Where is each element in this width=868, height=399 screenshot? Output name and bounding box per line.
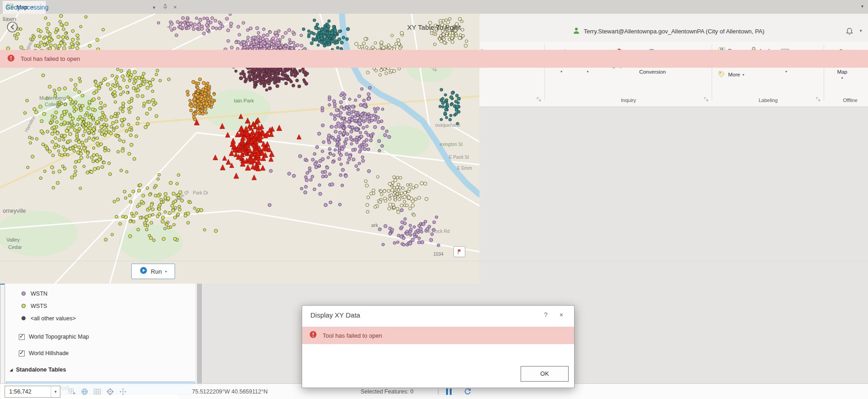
layer-checkbox[interactable]: ✓ [19,334,25,340]
layer-symbol-circle [21,316,26,320]
layer-label: World Hillshade [29,350,69,356]
pause-drawing-icon[interactable] [446,388,453,395]
map-note-flag-icon[interactable] [453,246,465,257]
view-list-chevron-icon[interactable]: ▾ [861,4,863,9]
map-view-pane: Map × ▾ llawnLivingstonMuhlenbergCollege… [0,0,479,284]
tool-title: XY Table To Point [0,19,868,36]
dialog-error-text: Tool has failed to open [323,332,382,339]
full-extent-icon[interactable] [80,387,90,397]
ribbon-group-label: Offline [825,97,868,103]
ok-button[interactable]: OK [521,366,569,382]
scale-combo[interactable]: 1:56,742 ▾ [5,386,60,398]
cursor-coordinates: 75.5122209°W 40.5659112°N [192,384,267,399]
error-icon [7,54,15,64]
refresh-icon[interactable] [463,387,472,397]
layer-label: WSTN [31,291,48,297]
layer-label: <all other values> [31,315,76,322]
layer-legend-item[interactable]: WSTS [5,300,196,312]
layer-symbol-circle [21,304,26,308]
dialog-launcher-icon[interactable] [703,96,710,103]
layer-legend-item[interactable]: <all other values> [5,312,196,324]
pane-close-icon[interactable]: × [171,3,179,11]
dialog-close-icon[interactable]: × [557,311,565,319]
layer-symbol-circle [21,291,26,296]
tool-error-text: Tool has failed to open [21,55,80,62]
ribbon-group-label: Labeling [713,97,823,103]
scale-value: 1:56,742 [9,388,32,395]
basemap-layer-item[interactable]: ✓World Topographic Map [5,330,196,344]
run-button[interactable]: Run ▾ [131,264,175,279]
small-button-row: More▾ [716,69,773,80]
geoprocessing-pane-title: Geoprocessing [5,4,48,11]
layer-label: WSTS [31,303,47,309]
more-labeling-icon [718,70,726,80]
run-chevron-icon: ▾ [165,270,167,274]
collapse-expander-icon[interactable]: ◢ [10,367,13,372]
basemap-layer-item[interactable]: ✓World Hillshade [5,346,196,360]
dialog-launcher-icon[interactable] [536,96,543,103]
more-labeling-button[interactable]: More▾ [716,69,746,80]
pane-pin-icon[interactable] [161,3,169,11]
view-tab-bar: Map × ▾ [0,0,868,14]
pane-menu-chevron-icon[interactable]: ▾ [150,3,158,11]
tool-error-banner: Tool has failed to open [0,50,868,68]
run-play-icon [139,266,148,276]
add-to-favorites-icon[interactable] [165,23,174,33]
layer-checkbox[interactable]: ✓ [19,350,25,356]
dialog-help-icon[interactable]: ? [542,311,550,319]
ribbon-group-label: Inquiry [546,97,711,103]
display-xy-data-dialog: Display XY Data ? × Tool has failed to o… [302,305,575,388]
layer-label: World Topographic Map [29,334,89,340]
run-label: Run [151,268,162,275]
snapping-toggle-icon[interactable] [67,387,77,397]
pan-tool-icon[interactable] [118,387,128,397]
standalone-tables-header[interactable]: ◢Standalone Tables [5,363,196,376]
dialog-error-banner: Tool has failed to open [302,327,574,344]
scrollbar-thumb[interactable] [197,280,202,386]
layer-legend-item[interactable]: WSTN [5,287,196,300]
status-divider: | [437,388,439,394]
go-to-xy-icon[interactable] [105,387,115,397]
dialog-launcher-icon[interactable] [815,96,822,103]
run-bar-divider [0,261,868,261]
dialog-title: Display XY Data [310,311,360,319]
error-icon [309,330,317,340]
arcgis-pro-window: ▾▾ FireDept - Map - ArcGIS Pro Standalon… [0,0,868,399]
scale-chevron-icon[interactable]: ▾ [51,386,60,397]
attribute-table-icon[interactable] [92,387,102,397]
standalone-tables-label: Standalone Tables [16,367,66,373]
